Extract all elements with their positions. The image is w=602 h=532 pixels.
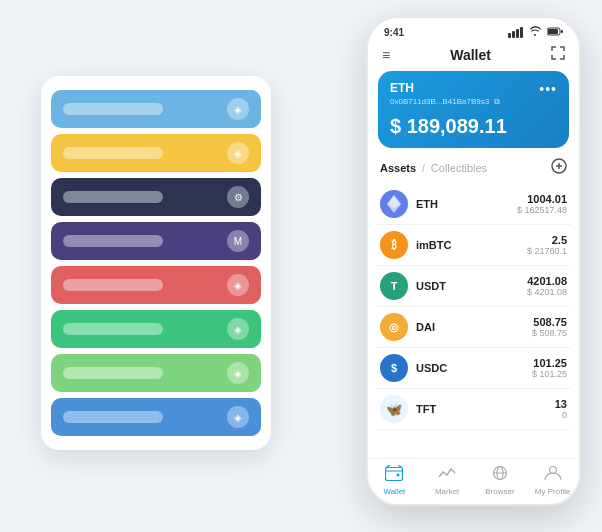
wallet-nav-label: Wallet <box>383 487 405 496</box>
stack-card-1[interactable]: ◈ <box>51 134 261 172</box>
nav-market[interactable]: Market <box>421 465 474 496</box>
profile-nav-icon <box>544 465 562 485</box>
nav-wallet[interactable]: Wallet <box>368 465 421 496</box>
eth-name: ETH <box>416 198 517 210</box>
stack-card-2[interactable]: ⚙ <box>51 178 261 216</box>
scene: ◈ ◈ ⚙ M ◈ ◈ ◈ ◈ 9:41 <box>21 16 581 516</box>
stack-card-5[interactable]: ◈ <box>51 310 261 348</box>
tft-amount: 13 <box>555 398 567 410</box>
card-icon-3: M <box>227 230 249 252</box>
asset-item-tft[interactable]: 🦋 TFT 13 0 <box>376 389 571 430</box>
stack-card-4[interactable]: ◈ <box>51 266 261 304</box>
stack-card-6[interactable]: ◈ <box>51 354 261 392</box>
usdt-icon: T <box>380 272 408 300</box>
tft-usd: 0 <box>555 410 567 420</box>
dai-usd: $ 508.75 <box>532 328 567 338</box>
card-stack: ◈ ◈ ⚙ M ◈ ◈ ◈ ◈ <box>41 76 271 450</box>
phone-header: ≡ Wallet <box>368 42 579 71</box>
usdc-icon: $ <box>380 354 408 382</box>
card-label-1 <box>63 147 163 159</box>
dai-amounts: 508.75 $ 508.75 <box>532 316 567 338</box>
menu-icon[interactable]: ≡ <box>382 47 390 63</box>
market-nav-icon <box>438 465 456 485</box>
card-label-5 <box>63 323 163 335</box>
imbtc-name: imBTC <box>416 239 527 251</box>
market-nav-label: Market <box>435 487 459 496</box>
card-label-7 <box>63 411 163 423</box>
usdt-amount: 4201.08 <box>527 275 567 287</box>
tft-name: TFT <box>416 403 555 415</box>
usdt-name: USDT <box>416 280 527 292</box>
imbtc-amount: 2.5 <box>527 234 567 246</box>
card-label-6 <box>63 367 163 379</box>
eth-card-title: ETH <box>390 81 414 95</box>
add-asset-button[interactable] <box>551 158 567 178</box>
dai-amount: 508.75 <box>532 316 567 328</box>
card-label-3 <box>63 235 163 247</box>
usdt-amounts: 4201.08 $ 4201.08 <box>527 275 567 297</box>
profile-nav-label: My Profile <box>535 487 571 496</box>
status-time: 9:41 <box>384 27 404 38</box>
imbtc-icon: ₿ <box>380 231 408 259</box>
asset-item-usdt[interactable]: T USDT 4201.08 $ 4201.08 <box>376 266 571 307</box>
usdc-name: USDC <box>416 362 532 374</box>
assets-header: Assets / Collectibles <box>368 158 579 184</box>
collectibles-tab[interactable]: Collectibles <box>431 162 487 174</box>
eth-icon <box>380 190 408 218</box>
browser-nav-icon <box>491 465 509 485</box>
asset-item-dai[interactable]: ◎ DAI 508.75 $ 508.75 <box>376 307 571 348</box>
status-icons <box>508 26 563 38</box>
card-icon-5: ◈ <box>227 318 249 340</box>
card-icon-1: ◈ <box>227 142 249 164</box>
browser-nav-label: Browser <box>485 487 514 496</box>
svg-rect-2 <box>561 30 563 33</box>
svg-rect-1 <box>548 29 558 34</box>
assets-separator: / <box>422 163 425 174</box>
eth-card-more[interactable]: ••• <box>539 81 557 97</box>
asset-list: ETH 1004.01 $ 162517.48 ₿ imBTC 2.5 $ 21… <box>368 184 579 458</box>
imbtc-amounts: 2.5 $ 21760.1 <box>527 234 567 256</box>
card-icon-4: ◈ <box>227 274 249 296</box>
nav-profile[interactable]: My Profile <box>526 465 579 496</box>
bottom-nav: Wallet Market Browser My Profile <box>368 458 579 504</box>
stack-card-0[interactable]: ◈ <box>51 90 261 128</box>
header-title: Wallet <box>450 47 491 63</box>
stack-card-7[interactable]: ◈ <box>51 398 261 436</box>
dai-name: DAI <box>416 321 532 333</box>
card-icon-6: ◈ <box>227 362 249 384</box>
battery-icon <box>547 27 563 38</box>
eth-card-amount: $ 189,089.11 <box>390 115 557 138</box>
eth-amount: 1004.01 <box>517 193 567 205</box>
asset-item-eth[interactable]: ETH 1004.01 $ 162517.48 <box>376 184 571 225</box>
copy-icon[interactable]: ⧉ <box>494 97 500 106</box>
status-bar: 9:41 <box>368 18 579 42</box>
card-icon-0: ◈ <box>227 98 249 120</box>
wifi-icon <box>529 26 541 38</box>
card-label-4 <box>63 279 163 291</box>
expand-icon[interactable] <box>551 46 565 63</box>
usdt-usd: $ 4201.08 <box>527 287 567 297</box>
eth-amounts: 1004.01 $ 162517.48 <box>517 193 567 215</box>
signal-icon <box>508 27 523 38</box>
assets-tabs: Assets / Collectibles <box>380 162 487 174</box>
svg-point-5 <box>397 474 400 477</box>
usdc-usd: $ 101.25 <box>532 369 567 379</box>
asset-item-usdc[interactable]: $ USDC 101.25 $ 101.25 <box>376 348 571 389</box>
usdc-amounts: 101.25 $ 101.25 <box>532 357 567 379</box>
dai-icon: ◎ <box>380 313 408 341</box>
eth-card-address: 0x0B711d3B...B41Ba7B9s3 ⧉ <box>390 97 557 107</box>
card-label-2 <box>63 191 163 203</box>
nav-browser[interactable]: Browser <box>474 465 527 496</box>
stack-card-3[interactable]: M <box>51 222 261 260</box>
eth-card[interactable]: ETH ••• 0x0B711d3B...B41Ba7B9s3 ⧉ $ 189,… <box>378 71 569 148</box>
tft-amounts: 13 0 <box>555 398 567 420</box>
card-label-0 <box>63 103 163 115</box>
phone: 9:41 ≡ W <box>366 16 581 506</box>
svg-rect-4 <box>386 468 403 481</box>
assets-tab[interactable]: Assets <box>380 162 416 174</box>
imbtc-usd: $ 21760.1 <box>527 246 567 256</box>
asset-item-imbtc[interactable]: ₿ imBTC 2.5 $ 21760.1 <box>376 225 571 266</box>
card-icon-7: ◈ <box>227 406 249 428</box>
usdc-amount: 101.25 <box>532 357 567 369</box>
card-icon-2: ⚙ <box>227 186 249 208</box>
